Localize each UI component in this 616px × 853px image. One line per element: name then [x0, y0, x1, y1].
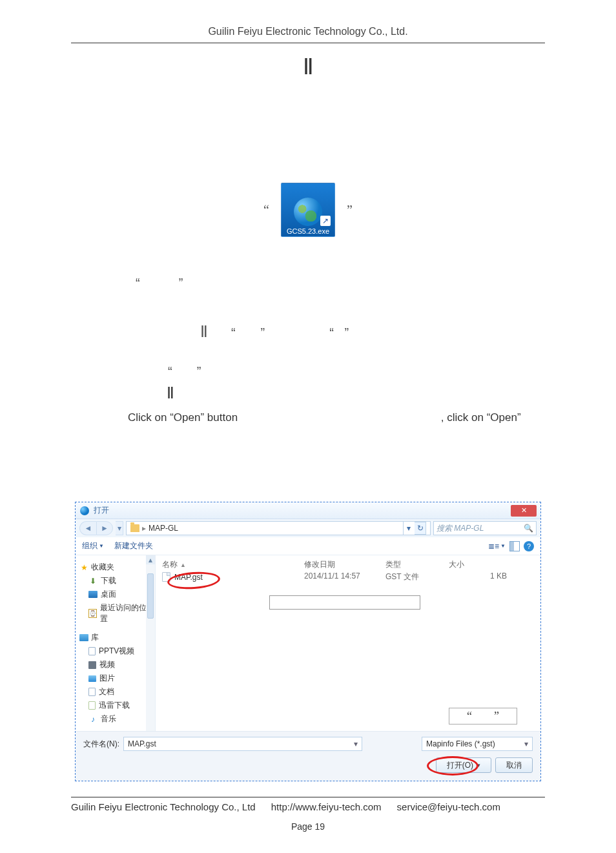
empty-annotation-box	[269, 595, 420, 610]
recent-icon: ⌚	[88, 609, 97, 618]
caret-down-icon: ▼	[500, 543, 506, 549]
sidebar-pptv[interactable]: PPTV视频	[79, 644, 151, 658]
pictures-label: 图片	[99, 673, 115, 684]
click-open-left: Click on “Open” button	[128, 411, 238, 424]
desktop-icon	[88, 591, 98, 598]
video-icon	[88, 661, 96, 669]
sidebar-pictures[interactable]: 图片	[79, 672, 151, 685]
pptv-icon	[88, 647, 96, 655]
gcs-app-icon[interactable]: GCS5.23.exe	[281, 183, 335, 237]
sidebar-video[interactable]: 视频	[79, 658, 151, 672]
open-button[interactable]: 打开(O)	[436, 757, 491, 773]
scroll-thumb[interactable]	[147, 573, 154, 619]
app-icon-row: “ GCS5.23.exe ”	[71, 183, 545, 237]
globe-icon	[294, 198, 322, 226]
filename-value: MAP.gst	[128, 739, 156, 748]
cancel-button[interactable]: 取消	[495, 757, 533, 773]
filter-dropdown-icon[interactable]: ▾	[524, 739, 528, 748]
open-instruction-line: Click on “Open” button , click on “Open”	[128, 411, 545, 424]
sidebar: ▴ ★收藏夹 ⬇下载 桌面 ⌚最近访问的位置 库 PPTV视频 视频 图片	[76, 555, 156, 731]
history-dropdown[interactable]: ▾	[116, 521, 123, 535]
organize-button[interactable]: 组织 ▼	[82, 540, 104, 551]
filetype-filter[interactable]: Mapinfo Files (*.gst) ▾	[422, 737, 533, 751]
music-icon: ♪	[88, 715, 98, 724]
quote-line-a: “”	[136, 276, 545, 291]
file-type: GST 文件	[385, 571, 449, 582]
sidebar-xunlei[interactable]: 迅雷下载	[79, 699, 151, 712]
view-icon: ≣≡	[488, 542, 499, 551]
filename-input[interactable]: MAP.gst ▾	[123, 737, 362, 751]
sidebar-desktop[interactable]: 桌面	[79, 588, 151, 601]
app-icon-label: GCS5.23.exe	[287, 227, 329, 235]
roman-inline: Ⅱ	[200, 323, 208, 341]
file-row[interactable]: MAP.gst 2014/11/1 14:57 GST 文件 1 KB	[156, 570, 540, 584]
forward-button[interactable]: ►	[96, 521, 113, 535]
back-button[interactable]: ◄	[79, 521, 96, 535]
col-date[interactable]: 修改日期	[304, 559, 385, 570]
lq: “	[136, 276, 140, 290]
scroll-up-button[interactable]: ▴	[146, 555, 155, 564]
filename-dropdown-icon[interactable]: ▾	[354, 739, 358, 748]
app-icon-small	[79, 506, 90, 516]
big-roman-numeral: Ⅱ	[71, 54, 545, 79]
page-number: Page 19	[71, 821, 545, 832]
star-icon: ★	[79, 563, 88, 572]
lq: “	[168, 364, 172, 378]
filter-value: Mapinfo Files (*.gst)	[426, 739, 495, 748]
pptv-label: PPTV视频	[99, 646, 134, 657]
sidebar-scrollbar[interactable]: ▴	[146, 555, 155, 731]
col-type[interactable]: 类型	[385, 559, 449, 570]
documents-label: 文档	[99, 686, 114, 697]
lq: “	[231, 325, 236, 340]
breadcrumb[interactable]: ▸ MAP-GL ▾ ↻	[126, 521, 431, 535]
footer-company: Guilin Feiyu Electronic Technology Co., …	[71, 801, 256, 812]
xunlei-icon	[88, 701, 96, 710]
row-d: “”	[168, 364, 545, 379]
xunlei-label: 迅雷下载	[99, 700, 130, 711]
right-quote: ”	[347, 203, 353, 218]
file-name: MAP.gst	[174, 573, 203, 582]
breadcrumb-dropdown[interactable]: ▾	[403, 522, 413, 535]
sidebar-downloads[interactable]: ⬇下载	[79, 574, 151, 588]
click-open-right: , click on “Open”	[441, 411, 521, 424]
folder-icon	[130, 524, 139, 532]
help-button[interactable]: ?	[524, 541, 534, 551]
search-placeholder: 搜索 MAP-GL	[436, 523, 484, 534]
sidebar-music[interactable]: ♪音乐	[79, 712, 151, 726]
new-folder-button[interactable]: 新建文件夹	[114, 540, 153, 551]
dialog-address-bar: ◄ ► ▾ ▸ MAP-GL ▾ ↻ 搜索 MAP-GL 🔍	[76, 519, 540, 537]
video-label: 视频	[99, 659, 115, 670]
document-icon	[88, 688, 96, 696]
sidebar-libraries[interactable]: 库	[79, 631, 151, 644]
left-quote: “	[263, 203, 269, 218]
col-size[interactable]: 大小	[449, 559, 513, 570]
rq2: ”	[345, 325, 349, 340]
view-mode-button[interactable]: ≣≡ ▼	[488, 542, 506, 551]
preview-pane-button[interactable]	[509, 541, 520, 551]
rq: ”	[261, 325, 265, 340]
sidebar-documents[interactable]: 文档	[79, 685, 151, 699]
sidebar-favorites[interactable]: ★收藏夹	[79, 560, 151, 574]
filename-label: 文件名(N):	[83, 739, 119, 750]
breadcrumb-current: MAP-GL	[149, 524, 178, 533]
col-name[interactable]: 名称▲	[162, 559, 304, 570]
breadcrumb-sep: ▸	[142, 524, 146, 533]
library-icon	[79, 634, 88, 641]
roman-inline-e: Ⅱ	[167, 385, 174, 402]
footer-email: service@feiyu-tech.com	[397, 801, 500, 812]
download-icon: ⬇	[88, 577, 98, 586]
downloads-label: 下载	[101, 575, 116, 586]
refresh-button[interactable]: ↻	[415, 522, 426, 535]
qb-rq: ”	[494, 710, 499, 723]
close-button[interactable]: ✕	[511, 505, 537, 517]
file-columns: 名称▲ 修改日期 类型 大小	[156, 555, 540, 570]
libraries-label: 库	[91, 632, 99, 643]
sidebar-recent[interactable]: ⌚最近访问的位置	[79, 601, 151, 626]
rq: ”	[179, 276, 183, 290]
file-size: 1 KB	[449, 571, 513, 582]
search-input[interactable]: 搜索 MAP-GL 🔍	[433, 521, 537, 535]
file-icon	[162, 572, 170, 582]
recent-label: 最近访问的位置	[100, 602, 151, 624]
favorites-label: 收藏夹	[91, 562, 114, 573]
sort-asc-icon: ▲	[180, 562, 186, 568]
